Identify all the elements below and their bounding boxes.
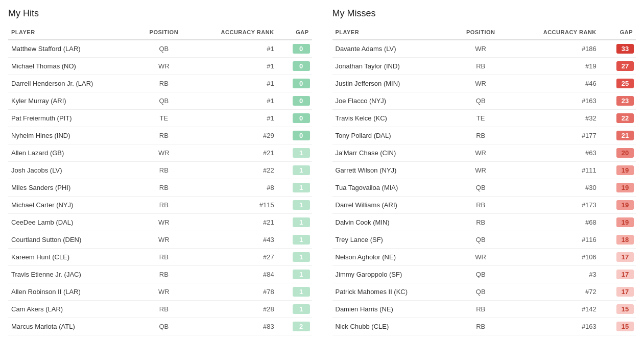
gap-badge: 19: [616, 217, 634, 227]
gap-value: 33: [600, 40, 636, 58]
gap-value: 0: [277, 75, 312, 92]
gap-badge: 1: [293, 217, 310, 227]
accuracy-rank: #163: [508, 318, 600, 335]
gap-value: 20: [600, 144, 636, 162]
player-name: Nick Chubb (CLE): [332, 318, 454, 335]
table-row: Michael Thomas (NO) WR #1 0: [8, 58, 312, 75]
player-position: RB: [138, 179, 189, 197]
player-name: Nelson Agholor (NE): [332, 249, 454, 266]
accuracy-rank: #8: [189, 179, 277, 197]
gap-badge: 2: [293, 322, 310, 331]
player-position: RB: [454, 197, 508, 214]
player-position: QB: [454, 179, 508, 197]
gap-badge: 15: [616, 304, 634, 314]
player-name: Tony Pollard (DAL): [332, 127, 454, 144]
player-position: QB: [138, 40, 189, 58]
hits-col-accuracy: ACCURACY RANK: [189, 25, 277, 40]
player-position: QB: [454, 266, 508, 283]
misses-table-body: Davante Adams (LV) WR #186 33 Jonathan T…: [332, 40, 636, 335]
player-position: QB: [138, 92, 189, 110]
table-row: Trey Lance (SF) QB #116 18: [332, 231, 636, 249]
player-position: WR: [138, 58, 189, 75]
player-position: WR: [138, 144, 189, 162]
gap-badge: 0: [293, 44, 310, 54]
misses-col-position: POSITION: [454, 25, 508, 40]
gap-badge: 1: [293, 304, 310, 314]
accuracy-rank: #83: [189, 318, 277, 335]
player-position: WR: [138, 214, 189, 231]
page-container: My Hits PLAYER POSITION ACCURACY RANK GA…: [8, 8, 636, 335]
gap-value: 0: [277, 110, 312, 127]
player-name: Damien Harris (NE): [332, 301, 454, 318]
player-name: Travis Etienne Jr. (JAC): [8, 266, 138, 283]
gap-badge: 1: [293, 183, 310, 192]
gap-badge: 19: [616, 183, 634, 192]
table-row: Joe Flacco (NYJ) QB #163 23: [332, 92, 636, 110]
player-position: RB: [454, 214, 508, 231]
gap-badge: 15: [616, 322, 634, 331]
accuracy-rank: #30: [508, 179, 600, 197]
accuracy-rank: #3: [508, 266, 600, 283]
gap-badge: 1: [293, 287, 310, 297]
accuracy-rank: #19: [508, 58, 600, 75]
table-row: Darrell Henderson Jr. (LAR) RB #1 0: [8, 75, 312, 92]
player-position: RB: [138, 197, 189, 214]
player-position: RB: [454, 58, 508, 75]
table-row: Michael Carter (NYJ) RB #115 1: [8, 197, 312, 214]
player-name: Darrell Henderson Jr. (LAR): [8, 75, 138, 92]
gap-badge: 19: [616, 200, 634, 210]
table-row: Cam Akers (LAR) RB #28 1: [8, 301, 312, 318]
table-row: Davante Adams (LV) WR #186 33: [332, 40, 636, 58]
gap-badge: 33: [616, 44, 634, 54]
gap-badge: 25: [616, 79, 634, 88]
table-row: Travis Etienne Jr. (JAC) RB #84 1: [8, 266, 312, 283]
table-row: Darrel Williams (ARI) RB #173 19: [332, 197, 636, 214]
table-row: Matthew Stafford (LAR) QB #1 0: [8, 40, 312, 58]
hits-col-gap: GAP: [277, 25, 312, 40]
hits-col-player: PLAYER: [8, 25, 138, 40]
player-name: Tua Tagovailoa (MIA): [332, 179, 454, 197]
gap-value: 21: [600, 127, 636, 144]
gap-badge: 0: [293, 113, 310, 123]
gap-value: 2: [277, 318, 312, 335]
accuracy-rank: #163: [508, 92, 600, 110]
gap-value: 1: [277, 249, 312, 266]
gap-value: 1: [277, 231, 312, 249]
gap-badge: 1: [293, 252, 310, 262]
table-row: Garrett Wilson (NYJ) WR #111 19: [332, 162, 636, 179]
misses-section: My Misses PLAYER POSITION ACCURACY RANK …: [332, 8, 636, 335]
player-name: Marcus Mariota (ATL): [8, 318, 138, 335]
accuracy-rank: #68: [508, 214, 600, 231]
table-row: Dalvin Cook (MIN) RB #68 19: [332, 214, 636, 231]
misses-title: My Misses: [332, 8, 636, 19]
hits-title: My Hits: [8, 8, 312, 19]
accuracy-rank: #177: [508, 127, 600, 144]
table-row: Nick Chubb (CLE) RB #163 15: [332, 318, 636, 335]
table-row: Patrick Mahomes II (KC) QB #72 17: [332, 283, 636, 301]
accuracy-rank: #111: [508, 162, 600, 179]
gap-value: 1: [277, 179, 312, 197]
player-name: Courtland Sutton (DEN): [8, 231, 138, 249]
gap-value: 1: [277, 301, 312, 318]
accuracy-rank: #29: [189, 127, 277, 144]
player-position: QB: [454, 283, 508, 301]
accuracy-rank: #1: [189, 40, 277, 58]
player-name: Justin Jefferson (MIN): [332, 75, 454, 92]
gap-badge: 27: [616, 61, 634, 71]
gap-badge: 1: [293, 235, 310, 245]
table-row: Kareem Hunt (CLE) RB #27 1: [8, 249, 312, 266]
hits-table: PLAYER POSITION ACCURACY RANK GAP Matthe…: [8, 25, 312, 335]
table-row: Pat Freiermuth (PIT) TE #1 0: [8, 110, 312, 127]
accuracy-rank: #84: [189, 266, 277, 283]
player-name: Matthew Stafford (LAR): [8, 40, 138, 58]
misses-col-gap: GAP: [600, 25, 636, 40]
player-name: Michael Carter (NYJ): [8, 197, 138, 214]
player-name: Josh Jacobs (LV): [8, 162, 138, 179]
gap-badge: 17: [616, 287, 634, 297]
gap-value: 27: [600, 58, 636, 75]
gap-badge: 17: [616, 270, 634, 279]
player-position: WR: [454, 162, 508, 179]
table-row: Josh Jacobs (LV) RB #22 1: [8, 162, 312, 179]
player-name: Trey Lance (SF): [332, 231, 454, 249]
table-row: Jimmy Garoppolo (SF) QB #3 17: [332, 266, 636, 283]
